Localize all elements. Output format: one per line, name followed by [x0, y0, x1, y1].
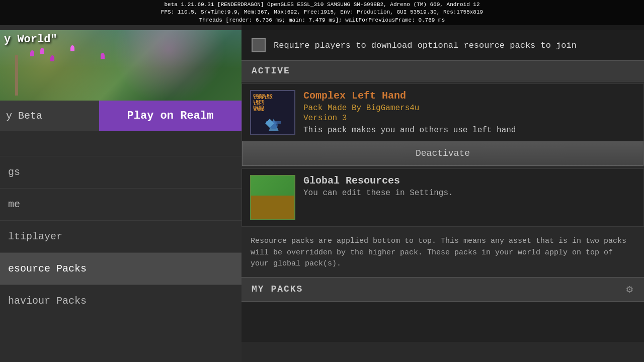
complex-icon-svg: COMPLEX LEFT HAND	[251, 91, 295, 135]
flower-1	[30, 50, 34, 56]
sidebar-item-behaviour-packs[interactable]: haviour Packs	[0, 285, 242, 317]
pack-name-global: Global Resources	[303, 175, 635, 187]
world-name-partial: y World"	[0, 30, 61, 49]
debug-line-3: Threads [render: 6.736 ms; main: 7.479 m…	[2, 17, 642, 24]
require-packs-checkbox[interactable]	[252, 38, 266, 52]
my-packs-header: MY PACKS ⚙	[242, 277, 644, 302]
pack-desc-global: You can edit these in Settings.	[303, 189, 635, 198]
menu-items: gs me ltiplayer esource Packs haviour Pa…	[0, 156, 242, 317]
svg-text:COMPLEX: COMPLEX	[254, 95, 273, 100]
my-packs-chevron-icon: ⚙	[626, 283, 634, 296]
svg-text:HAND: HAND	[254, 107, 265, 112]
flower-4	[70, 45, 74, 51]
resource-packs-info: Resource packs are applied bottom to top…	[242, 229, 644, 277]
my-packs-label: MY PACKS	[252, 284, 303, 294]
global-resources-icon	[250, 175, 295, 220]
complex-left-hand-icon: COMPLEX LEFT HAND	[250, 90, 295, 135]
debug-bar: beta 1.21.60.31 [RENDERDRAGON] OpenGLES …	[0, 0, 644, 25]
flower-5	[101, 53, 105, 59]
pack-description-complex: This pack makes you and others use left …	[303, 126, 635, 135]
svg-rect-18	[286, 206, 290, 210]
svg-rect-7	[251, 176, 295, 220]
debug-line-1: beta 1.21.60.31 [RENDERDRAGON] OpenGLES …	[2, 1, 642, 9]
my-packs-content	[242, 302, 644, 342]
svg-rect-6	[266, 121, 281, 124]
deactivate-button[interactable]: Deactivate	[242, 141, 643, 166]
fence-decoration	[15, 55, 18, 96]
global-resources-pack: Global Resources You can edit these in S…	[242, 168, 644, 227]
require-packs-label: Require players to download optional res…	[274, 41, 577, 50]
sidebar-item-settings[interactable]: gs	[0, 156, 242, 188]
svg-rect-0	[251, 91, 295, 135]
svg-rect-16	[266, 204, 269, 207]
svg-rect-15	[256, 201, 260, 205]
nav-buttons: y Beta Play on Realm	[0, 101, 242, 131]
left-panel: y World" y Beta Play on Realm gs me ltip…	[0, 0, 242, 362]
svg-rect-9	[251, 176, 295, 195]
svg-rect-8	[251, 176, 295, 196]
flower-3	[50, 55, 54, 61]
right-panel[interactable]: Require players to download optional res…	[242, 30, 644, 362]
complex-left-hand-pack: COMPLEX LEFT HAND Complex Left Hand Pack…	[242, 83, 644, 166]
pack-row-global: Global Resources You can edit these in S…	[242, 169, 643, 226]
sidebar-item-name[interactable]: me	[0, 188, 242, 220]
pack-name-complex: Complex Left Hand	[303, 90, 635, 102]
pack-version-complex: Version 3	[303, 114, 635, 123]
play-on-realm-button[interactable]: Play on Realm	[99, 101, 242, 131]
pack-author-complex: Pack Made By BigGamers4u	[303, 104, 635, 113]
pack-row-complex: COMPLEX LEFT HAND Complex Left Hand Pack…	[242, 84, 643, 141]
sidebar-item-resource-packs[interactable]: esource Packs	[0, 252, 242, 285]
pack-info-complex: Complex Left Hand Pack Made By BigGamers…	[303, 90, 635, 135]
global-icon-svg	[251, 176, 295, 220]
pack-info-global: Global Resources You can edit these in S…	[303, 175, 635, 198]
svg-rect-17	[279, 200, 284, 205]
svg-text:LEFT: LEFT	[254, 101, 265, 106]
require-players-row: Require players to download optional res…	[242, 30, 644, 60]
beta-button[interactable]: y Beta	[0, 101, 99, 131]
active-section-header: ACTIVE	[242, 60, 644, 81]
sidebar-item-multiplayer[interactable]: ltiplayer	[0, 220, 242, 252]
debug-line-2: FPS: 110.5, SrvTime:9.9, Mem:367, Max:69…	[2, 9, 642, 16]
